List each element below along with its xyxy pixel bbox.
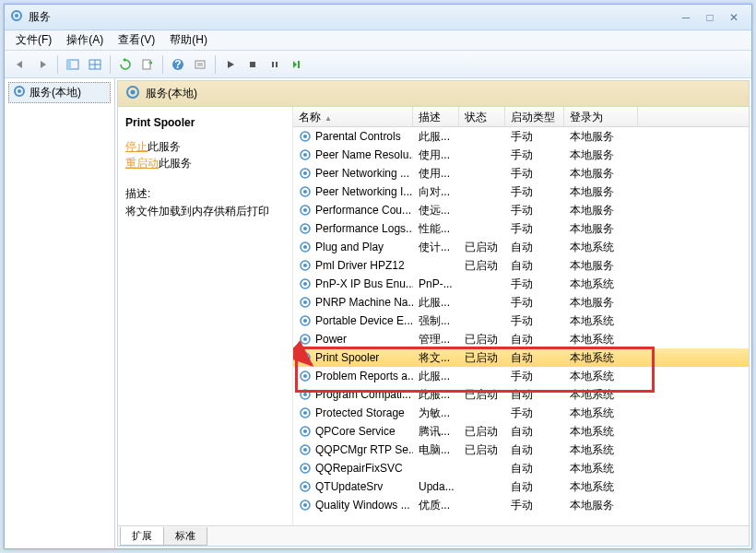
svg-point-50 — [303, 393, 307, 396]
table-row[interactable]: QPCore Service腾讯...已启动自动本地系统 — [293, 422, 749, 441]
pause-service-button[interactable] — [265, 54, 285, 75]
svg-point-40 — [303, 300, 307, 304]
menu-help[interactable]: 帮助(H) — [162, 30, 215, 50]
svg-point-42 — [303, 319, 307, 323]
menu-action[interactable]: 操作(A) — [59, 30, 111, 50]
table-row[interactable]: PNRP Machine Na...此服...手动本地服务 — [293, 293, 749, 312]
toolbar: ? — [5, 51, 751, 78]
svg-point-1 — [15, 14, 18, 18]
table-row[interactable]: Problem Reports a...此服...手动本地系统 — [293, 367, 749, 385]
svg-rect-3 — [67, 60, 71, 69]
body: 服务(本地) 服务(本地) Print Spooler 停止此服务 重启动此服务… — [5, 78, 751, 548]
table-row[interactable]: QQPCMgr RTP Se...电脑...已启动自动本地系统 — [293, 441, 749, 459]
grid-button[interactable] — [85, 54, 105, 75]
svg-point-62 — [303, 503, 307, 507]
table-row[interactable]: Portable Device E...强制...手动本地系统 — [293, 312, 749, 330]
stop-link[interactable]: 停止 — [125, 140, 148, 153]
panel-header: 服务(本地) — [118, 81, 749, 107]
menu-view[interactable]: 查看(V) — [111, 30, 162, 50]
window-title: 服务 — [29, 9, 51, 25]
svg-point-26 — [303, 171, 307, 175]
svg-rect-10 — [195, 61, 205, 68]
col-desc[interactable]: 描述 — [413, 107, 459, 126]
refresh-button[interactable] — [115, 54, 136, 75]
properties-button[interactable] — [190, 54, 210, 75]
app-icon — [10, 9, 23, 25]
table-row[interactable]: Peer Networking ...使用...手动本地服务 — [293, 164, 749, 182]
svg-rect-13 — [250, 62, 255, 67]
main-pane: 服务(本地) Print Spooler 停止此服务 重启动此服务 描述: 将文… — [117, 80, 750, 547]
svg-point-18 — [18, 89, 21, 93]
tab-extended[interactable]: 扩展 — [120, 527, 164, 546]
menubar: 文件(F) 操作(A) 查看(V) 帮助(H) — [5, 30, 751, 51]
table-row[interactable]: Plug and Play使计...已启动自动本地系统 — [293, 238, 749, 256]
desc-text: 将文件加载到内存供稍后打印 — [125, 204, 285, 219]
svg-point-34 — [303, 245, 307, 249]
svg-rect-14 — [272, 62, 274, 67]
rows-container[interactable]: Parental Controls此服...手动本地服务Peer Name Re… — [293, 127, 749, 525]
gear-icon — [13, 85, 26, 100]
menu-file[interactable]: 文件(F) — [8, 30, 59, 50]
back-button[interactable] — [10, 54, 30, 75]
tree-root-item[interactable]: 服务(本地) — [8, 82, 111, 103]
svg-rect-7 — [143, 60, 150, 69]
export-button[interactable] — [137, 54, 158, 75]
svg-point-52 — [303, 411, 307, 415]
table-row[interactable]: Peer Networking I...向对...手动本地服务 — [293, 182, 749, 201]
svg-point-60 — [303, 485, 307, 488]
svg-text:?: ? — [174, 58, 181, 71]
table-row[interactable]: Performance Cou...使远...手动本地服务 — [293, 201, 749, 219]
svg-point-28 — [303, 190, 307, 194]
forward-button[interactable] — [32, 54, 53, 75]
tree-root-label: 服务(本地) — [30, 85, 81, 100]
help-button[interactable]: ? — [168, 54, 188, 75]
svg-point-54 — [303, 429, 307, 433]
col-name[interactable]: 名称 — [293, 107, 413, 126]
table-row[interactable]: Power管理...已启动自动本地系统 — [293, 330, 749, 348]
svg-point-48 — [303, 374, 307, 378]
svg-point-20 — [131, 90, 136, 95]
table-row[interactable]: Print Spooler将文...已启动自动本地系统 — [293, 348, 749, 367]
minimize-button[interactable]: ─ — [674, 9, 698, 26]
services-window: 服务 ─ □ ✕ 文件(F) 操作(A) 查看(V) 帮助(H) ? 服务(本地… — [4, 4, 752, 549]
svg-point-44 — [303, 337, 307, 341]
col-logon[interactable]: 登录为 — [564, 107, 638, 126]
table-row[interactable]: QTUpdateSrvUpda...自动本地系统 — [293, 477, 749, 496]
table-row[interactable]: PnP-X IP Bus Enu...PnP-...手动本地系统 — [293, 275, 749, 293]
start-service-button[interactable] — [220, 54, 241, 75]
desc-label: 描述: — [125, 186, 285, 202]
svg-rect-15 — [276, 62, 278, 67]
svg-point-22 — [303, 135, 307, 138]
panel-header-label: 服务(本地) — [146, 86, 197, 101]
table-row[interactable]: Performance Logs...性能...手动本地服务 — [293, 219, 749, 238]
tree-pane: 服务(本地) — [5, 78, 115, 548]
tabs: 扩展 标准 — [118, 525, 749, 546]
col-status[interactable]: 状态 — [459, 107, 505, 126]
detail-pane: Print Spooler 停止此服务 重启动此服务 描述: 将文件加载到内存供… — [118, 107, 293, 525]
show-hide-tree-button[interactable] — [63, 54, 83, 75]
table-row[interactable]: Quality Windows ...优质...手动本地服务 — [293, 496, 749, 514]
restart-service-button[interactable] — [287, 54, 307, 75]
svg-point-46 — [303, 356, 307, 359]
svg-rect-16 — [298, 61, 300, 68]
table-row[interactable]: Parental Controls此服...手动本地服务 — [293, 127, 749, 146]
restart-link[interactable]: 重启动 — [125, 157, 159, 170]
table-row[interactable]: Pml Driver HPZ12已启动自动本地服务 — [293, 256, 749, 275]
service-list: 名称 描述 状态 启动类型 登录为 Parental Controls此服...… — [293, 107, 749, 525]
svg-point-56 — [303, 448, 307, 452]
table-row[interactable]: QQRepairFixSVC自动本地系统 — [293, 459, 749, 477]
column-headers: 名称 描述 状态 启动类型 登录为 — [293, 107, 749, 127]
col-startup[interactable]: 启动类型 — [505, 107, 564, 126]
stop-service-button[interactable] — [242, 54, 263, 75]
maximize-button[interactable]: □ — [698, 9, 722, 26]
titlebar[interactable]: 服务 ─ □ ✕ — [5, 5, 751, 30]
close-button[interactable]: ✕ — [722, 9, 746, 26]
gear-icon — [125, 85, 140, 102]
table-row[interactable]: Protected Storage为敏...手动本地系统 — [293, 404, 749, 422]
svg-point-58 — [303, 466, 307, 470]
tab-standard[interactable]: 标准 — [163, 527, 207, 546]
table-row[interactable]: Program Compati...此服...已启动自动本地系统 — [293, 385, 749, 404]
svg-point-36 — [303, 264, 307, 267]
svg-point-32 — [303, 227, 307, 230]
table-row[interactable]: Peer Name Resolu...使用...手动本地服务 — [293, 146, 749, 164]
